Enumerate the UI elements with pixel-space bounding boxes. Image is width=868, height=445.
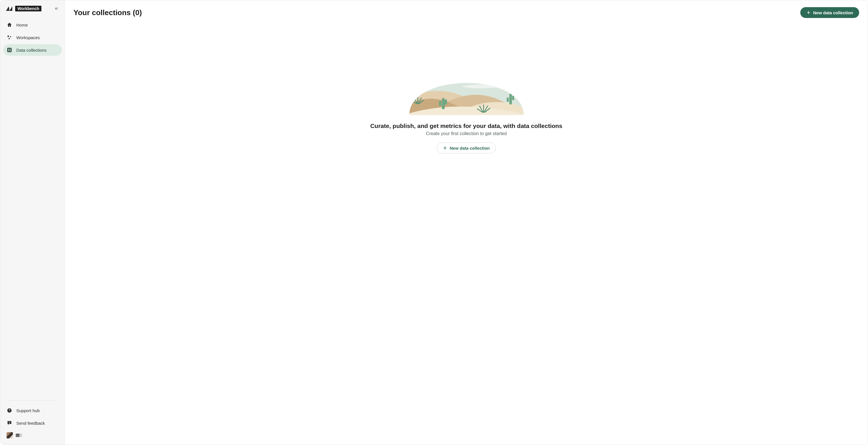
sidebar-item-label: Data collections [16, 48, 46, 53]
sidebar-item-label: Support hub [16, 408, 40, 413]
org-thumbnail [16, 434, 22, 437]
brand-name: Workbench [15, 6, 41, 11]
workspaces-icon [7, 35, 12, 40]
sidebar-item-workspaces[interactable]: Workspaces [3, 32, 62, 43]
home-icon [7, 22, 12, 28]
sidebar-item-label: Home [16, 23, 28, 27]
empty-state-headline: Curate, publish, and get metrics for you… [370, 123, 562, 129]
sidebar-item-home[interactable]: Home [3, 19, 62, 31]
sidebar: Workbench Home Workspaces [0, 0, 65, 445]
sidebar-nav: Home Workspaces Data collections [0, 15, 65, 56]
sidebar-item-data-collections[interactable]: Data collections [3, 44, 62, 56]
new-data-collection-button[interactable]: New data collection [800, 7, 859, 18]
new-data-collection-button-secondary[interactable]: New data collection [437, 142, 496, 153]
sidebar-item-support-hub[interactable]: ? Support hub [3, 405, 62, 416]
chevrons-left-icon [54, 6, 59, 11]
svg-rect-10 [9, 422, 10, 423]
grid-icon [7, 47, 12, 53]
svg-rect-21 [512, 96, 514, 100]
svg-rect-17 [439, 101, 441, 106]
main-content: Your collections (0) New data collection [65, 0, 868, 445]
sidebar-item-send-feedback[interactable]: Send feedback [3, 417, 62, 429]
sidebar-item-label: Send feedback [16, 421, 45, 425]
svg-rect-20 [507, 97, 509, 102]
app-shell: Workbench Home Workspaces [0, 0, 868, 445]
svg-rect-16 [442, 98, 445, 109]
svg-rect-11 [9, 423, 10, 423]
sidebar-footer: ? Support hub Send feedback [0, 401, 65, 445]
svg-rect-4 [8, 48, 9, 50]
svg-text:?: ? [8, 409, 10, 412]
button-label: New data collection [813, 10, 853, 15]
empty-state: Curate, publish, and get metrics for you… [65, 21, 868, 445]
svg-point-0 [7, 35, 9, 37]
sidebar-item-label: Workspaces [16, 35, 40, 40]
button-label: New data collection [450, 146, 490, 150]
svg-rect-5 [10, 48, 11, 50]
svg-rect-7 [10, 50, 11, 52]
svg-rect-6 [8, 50, 9, 52]
svg-point-15 [488, 69, 497, 78]
page-title: Your collections (0) [73, 8, 142, 17]
logo-icon [6, 6, 12, 11]
avatar [7, 432, 13, 438]
collapse-sidebar-button[interactable] [53, 5, 60, 12]
plus-icon [806, 10, 811, 15]
help-icon: ? [7, 408, 12, 413]
svg-rect-3 [7, 48, 12, 52]
empty-state-subline: Create your first collection to get star… [426, 131, 507, 136]
sidebar-header: Workbench [0, 0, 65, 15]
page-header: Your collections (0) New data collection [65, 0, 868, 21]
feedback-icon [7, 420, 12, 426]
plus-icon [443, 146, 447, 150]
svg-rect-19 [509, 94, 512, 105]
svg-rect-18 [445, 99, 447, 105]
svg-point-2 [8, 38, 10, 39]
account-switcher[interactable] [3, 430, 62, 441]
svg-point-1 [10, 36, 11, 37]
desert-illustration [404, 55, 529, 115]
